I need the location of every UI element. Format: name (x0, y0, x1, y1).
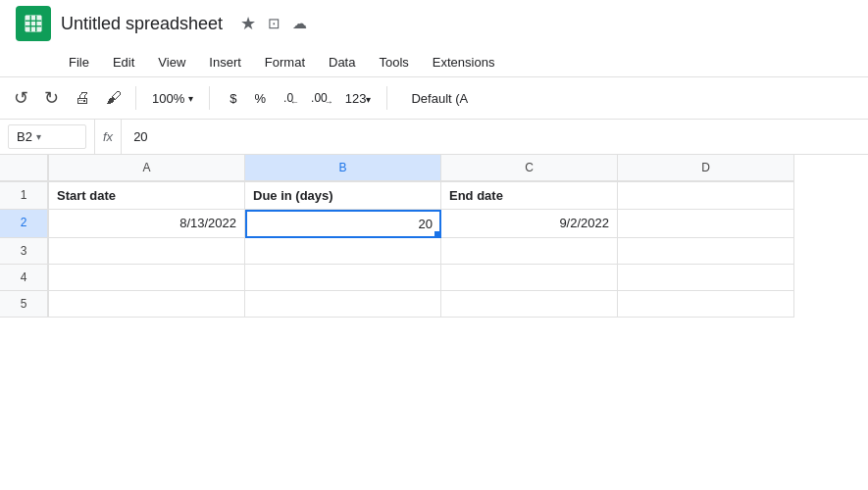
zoom-selector[interactable]: 100% ▾ (144, 87, 201, 110)
undo-button[interactable]: ↺ (8, 83, 34, 113)
sheet-grid: A B C D 1 Start date Due in (days) End d… (0, 155, 868, 318)
star-icon[interactable]: ★ (240, 13, 256, 34)
cell-a4[interactable] (49, 265, 245, 291)
row-num-3[interactable]: 3 (0, 238, 49, 265)
cell-b4[interactable] (245, 265, 441, 291)
cell-d2[interactable] (618, 210, 794, 238)
cell-d5[interactable] (618, 291, 794, 318)
cell-b2[interactable]: 20 (245, 210, 441, 238)
cell-b1-value: Due in (days) (253, 188, 333, 203)
decimal-arrow-right: → (325, 97, 333, 107)
decimal-increase-button[interactable]: .00 → (303, 87, 335, 109)
cell-c3[interactable] (441, 238, 618, 265)
menu-file[interactable]: File (59, 51, 99, 74)
toolbar-divider-3 (386, 86, 387, 110)
default-font-label: Default (A (411, 91, 468, 106)
col-header-d[interactable]: D (618, 155, 794, 182)
svg-rect-0 (26, 16, 42, 32)
cell-c5[interactable] (441, 291, 618, 318)
formula-bar: B2 ▾ fx 20 (0, 120, 868, 155)
row-num-4[interactable]: 4 (0, 265, 49, 291)
spreadsheet-area: A B C D 1 Start date Due in (days) End d… (0, 155, 868, 318)
row-num-2[interactable]: 2 (0, 210, 49, 238)
cell-c4[interactable] (441, 265, 618, 291)
formula-input[interactable]: 20 (129, 125, 860, 148)
more-formats-arrow: ▾ (366, 94, 371, 105)
menu-view[interactable]: View (148, 51, 195, 74)
more-formats-button[interactable]: 123▾ (337, 87, 380, 110)
cell-reference-box[interactable]: B2 ▾ (8, 124, 86, 149)
menu-extensions[interactable]: Extensions (423, 51, 505, 74)
cell-a1-value: Start date (57, 188, 116, 203)
toolbar: ↺ ↻ 🖨 🖌 100% ▾ $ % .0 ← .00 → 123▾ Defau… (0, 76, 868, 120)
redo-button[interactable]: ↻ (38, 83, 65, 113)
cell-ref-dropdown-icon[interactable]: ▾ (36, 131, 41, 142)
cloud-icon[interactable]: ☁ (292, 15, 307, 32)
function-icon: fx (94, 120, 122, 154)
cell-d3[interactable] (618, 238, 794, 265)
cell-a1[interactable]: Start date (49, 182, 245, 210)
cell-a3[interactable] (49, 238, 245, 265)
row-num-1[interactable]: 1 (0, 182, 49, 210)
cell-ref-value: B2 (17, 129, 32, 144)
default-font-button[interactable]: Default (A (403, 87, 476, 110)
menu-edit[interactable]: Edit (103, 51, 144, 74)
title-bar: Untitled spreadsheet ★ ⊡ ☁ (0, 0, 868, 47)
menu-insert[interactable]: Insert (199, 51, 251, 74)
cell-c1-value: End date (449, 188, 503, 203)
row-num-5[interactable]: 5 (0, 291, 49, 318)
col-header-a[interactable]: A (49, 155, 245, 182)
number-format-section: $ % .0 ← .00 → 123▾ (222, 87, 379, 110)
menu-tools[interactable]: Tools (369, 51, 418, 74)
zoom-value: 100% (152, 91, 184, 106)
cell-c2-value: 9/2/2022 (559, 216, 609, 230)
col-header-c[interactable]: C (441, 155, 618, 182)
decimal-arrow-left: ← (290, 97, 299, 107)
cell-d4[interactable] (618, 265, 794, 291)
app-logo (16, 6, 51, 41)
cell-a5[interactable] (49, 291, 245, 318)
col-header-b[interactable]: B (245, 155, 441, 182)
zoom-arrow: ▾ (188, 93, 193, 104)
cell-b2-value: 20 (419, 217, 433, 231)
title-action-icons: ★ ⊡ ☁ (240, 13, 307, 34)
toolbar-divider-1 (135, 86, 136, 110)
menu-data[interactable]: Data (319, 51, 365, 74)
cell-a2[interactable]: 8/13/2022 (49, 210, 245, 238)
menu-bar: File Edit View Insert Format Data Tools … (0, 47, 868, 76)
corner-cell (0, 155, 49, 182)
more-formats-label: 123 (345, 91, 367, 106)
cell-d1[interactable] (618, 182, 794, 210)
cell-c1[interactable]: End date (441, 182, 618, 210)
toolbar-divider-2 (209, 86, 210, 110)
cell-b3[interactable] (245, 238, 441, 265)
cell-c2[interactable]: 9/2/2022 (441, 210, 618, 238)
decimal-decrease-button[interactable]: .0 ← (276, 87, 301, 109)
percent-button[interactable]: % (246, 87, 274, 110)
cell-b1[interactable]: Due in (days) (245, 182, 441, 210)
cell-b5[interactable] (245, 291, 441, 318)
cell-a2-value: 8/13/2022 (179, 216, 236, 230)
paint-format-button[interactable]: 🖌 (100, 85, 128, 111)
spreadsheet-title: Untitled spreadsheet (61, 14, 223, 34)
menu-format[interactable]: Format (255, 51, 315, 74)
drive-icon[interactable]: ⊡ (268, 15, 281, 32)
currency-button[interactable]: $ (222, 87, 244, 110)
print-button[interactable]: 🖨 (69, 85, 96, 111)
